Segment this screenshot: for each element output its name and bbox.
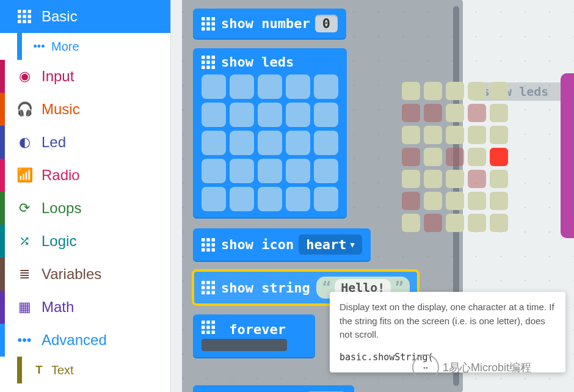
led-preview-cell: [446, 82, 464, 100]
category-input[interactable]: ◉ Input: [0, 60, 170, 93]
led-cell[interactable]: [258, 74, 282, 99]
led-cell[interactable]: [230, 187, 254, 211]
svg-rect-11: [212, 17, 216, 21]
category-music[interactable]: 🎧 Music: [0, 93, 170, 126]
led-cell[interactable]: [314, 131, 338, 155]
category-label: Text: [51, 363, 74, 377]
svg-rect-47: [212, 321, 216, 324]
svg-rect-25: [206, 65, 210, 69]
led-preview-cell: [402, 192, 420, 210]
block-pause[interactable]: pause (ms) 100: [193, 385, 354, 392]
svg-rect-23: [212, 60, 216, 64]
svg-rect-4: [23, 15, 26, 18]
loops-icon: ⟳: [16, 200, 33, 217]
category-logic[interactable]: ⤮ Logic: [0, 225, 170, 258]
svg-rect-0: [18, 10, 21, 13]
led-cell[interactable]: [258, 103, 282, 127]
led-cell[interactable]: [286, 103, 310, 127]
led-cell[interactable]: [286, 159, 310, 183]
led-cell[interactable]: [230, 74, 254, 99]
svg-rect-26: [212, 65, 216, 69]
variables-icon: ≣: [16, 266, 33, 283]
led-preview-cell: [424, 104, 442, 122]
block-show-number[interactable]: show number 0: [193, 9, 346, 38]
led-cell[interactable]: [202, 131, 226, 155]
led-cell[interactable]: [258, 159, 282, 183]
led-cell[interactable]: [202, 187, 226, 211]
svg-rect-9: [202, 17, 205, 21]
led-preview-cell: [468, 104, 486, 122]
category-stripe: [0, 60, 5, 93]
category-math[interactable]: ▦ Math: [0, 291, 170, 324]
logic-icon: ⤮: [16, 233, 33, 250]
led-cell[interactable]: [230, 131, 254, 155]
category-text[interactable]: T Text: [0, 357, 170, 383]
category-label: Music: [42, 101, 80, 118]
category-radio[interactable]: 📶 Radio: [0, 159, 170, 192]
led-preview-cell: [424, 170, 442, 188]
category-advanced[interactable]: ••• Advanced: [0, 324, 170, 357]
led-cell[interactable]: [314, 74, 338, 99]
block-label: show string: [221, 280, 310, 296]
category-led[interactable]: ◐ Led: [0, 126, 170, 159]
led-preview-cell: [490, 104, 508, 122]
svg-rect-32: [212, 243, 216, 247]
category-label: Loops: [42, 200, 81, 217]
led-preview-cell: [446, 192, 464, 210]
led-preview-cell: [402, 104, 420, 122]
svg-rect-8: [28, 20, 32, 24]
led-preview: [398, 78, 507, 236]
partial-block-right[interactable]: [561, 73, 574, 238]
led-cell[interactable]: [230, 103, 254, 127]
led-preview-cell: [402, 214, 420, 232]
svg-rect-52: [206, 331, 210, 335]
led-cell[interactable]: [230, 159, 254, 183]
category-stripe: [17, 357, 22, 383]
led-cell[interactable]: [314, 103, 338, 127]
advanced-icon: •••: [16, 332, 33, 349]
led-cell[interactable]: [258, 187, 282, 211]
led-grid-editor[interactable]: [202, 74, 338, 211]
led-preview-cell: [490, 126, 508, 144]
number-input[interactable]: 0: [315, 15, 338, 32]
led-cell[interactable]: [286, 74, 310, 99]
led-cell[interactable]: [202, 74, 226, 99]
block-show-leds[interactable]: show leds: [193, 48, 347, 217]
led-cell[interactable]: [258, 131, 282, 155]
category-loops[interactable]: ⟳ Loops: [0, 192, 170, 225]
svg-rect-53: [212, 331, 216, 335]
svg-rect-42: [202, 291, 205, 295]
svg-rect-13: [206, 22, 210, 26]
svg-rect-17: [212, 27, 216, 31]
math-icon: ▦: [16, 299, 33, 316]
led-cell[interactable]: [314, 187, 338, 211]
icon-dropdown[interactable]: heart ▼: [299, 234, 361, 255]
svg-rect-51: [202, 331, 205, 335]
svg-rect-12: [202, 22, 205, 26]
led-cell[interactable]: [286, 187, 310, 211]
block-show-icon[interactable]: show icon heart ▼: [193, 228, 371, 261]
category-variables[interactable]: ≣ Variables: [0, 258, 170, 291]
led-cell[interactable]: [286, 131, 310, 155]
svg-rect-6: [18, 20, 21, 24]
block-label: forever: [229, 322, 286, 337]
led-preview-cell: [490, 192, 508, 210]
category-stripe: [0, 324, 5, 357]
svg-rect-30: [202, 243, 205, 247]
category-basic[interactable]: Basic: [0, 0, 170, 33]
svg-rect-16: [206, 27, 210, 31]
led-preview-cell: [468, 126, 486, 144]
radio-icon: 📶: [16, 167, 33, 184]
led-preview-cell: [468, 148, 486, 166]
category-more[interactable]: ••• More: [0, 33, 170, 60]
led-cell[interactable]: [314, 159, 338, 183]
svg-rect-38: [212, 281, 216, 285]
led-preview-cell: [468, 214, 486, 232]
workspace-canvas[interactable]: show leds show number 0 show leds show i…: [171, 0, 574, 392]
svg-rect-49: [206, 325, 210, 329]
led-cell[interactable]: [202, 103, 226, 127]
led-cell[interactable]: [202, 159, 226, 183]
led-preview-cell: [402, 148, 420, 166]
svg-rect-1: [23, 10, 26, 13]
block-forever[interactable]: forever: [193, 314, 315, 357]
